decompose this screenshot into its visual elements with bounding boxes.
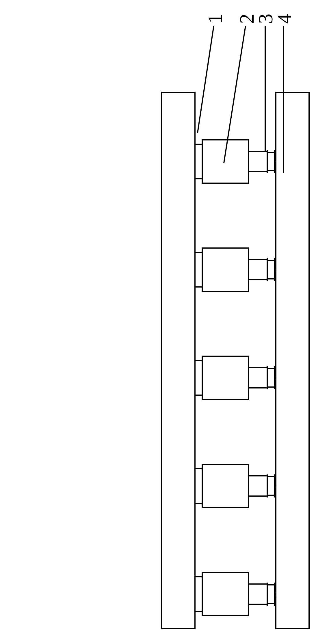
leader-line-2 (224, 26, 246, 163)
actuator-unit-4 (195, 248, 276, 291)
actuator-unit-3 (195, 356, 276, 399)
standoff-5 (195, 144, 202, 179)
standoff-1 (195, 577, 202, 611)
bottom-beam (276, 92, 309, 629)
actuator-unit-5 (195, 140, 276, 183)
rod-end-bracket-2 (267, 474, 276, 497)
piston-rod-3 (248, 368, 267, 388)
cylinder-body-5 (202, 140, 248, 183)
rod-end-bracket-3 (267, 366, 276, 389)
top-beam (162, 92, 195, 629)
cylinder-body-3 (202, 356, 248, 399)
standoff-3 (195, 361, 202, 395)
page-root: 1 2 3 4 (0, 0, 316, 644)
piston-rod-2 (248, 476, 267, 496)
leader-line-1 (198, 26, 214, 133)
actuator-unit-2 (195, 464, 276, 508)
drawing-group (162, 26, 309, 629)
rod-end-bracket-4 (267, 258, 276, 281)
standoff-2 (195, 469, 202, 503)
rod-end-bracket-5 (267, 150, 276, 173)
rod-end-bracket-1 (267, 583, 276, 606)
drawing-svg (0, 0, 316, 644)
actuator-unit-1 (195, 572, 276, 616)
leader-lines (198, 26, 284, 173)
piston-rod-1 (248, 584, 267, 604)
cylinder-body-2 (202, 464, 248, 508)
piston-rod-5 (248, 151, 267, 172)
standoff-4 (195, 252, 202, 287)
cylinder-body-4 (202, 248, 248, 291)
piston-rod-4 (248, 260, 267, 280)
cylinder-body-1 (202, 572, 248, 616)
